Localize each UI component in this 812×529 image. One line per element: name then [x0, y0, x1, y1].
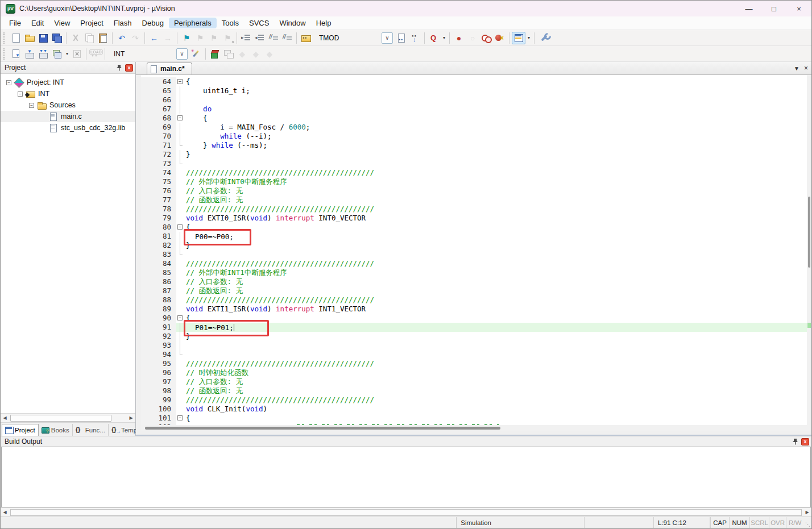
menu-project[interactable]: Project — [75, 18, 108, 28]
translate-file-icon[interactable] — [9, 48, 23, 60]
fold-collapse-icon[interactable]: − — [177, 115, 183, 120]
chevron-down-icon[interactable]: ∨ — [382, 32, 393, 44]
menu-view[interactable]: View — [49, 18, 75, 28]
outdent-icon[interactable] — [253, 32, 267, 44]
code-line-68[interactable]: 68− { — [141, 114, 811, 123]
code-line-81[interactable]: 81 P00=~P00; — [141, 232, 811, 241]
bookmark-next-icon[interactable]: ⚑ — [207, 32, 221, 44]
code-line-95[interactable]: 95//////////////////////////////////////… — [141, 359, 811, 368]
panel-tab-books[interactable]: Books — [39, 424, 73, 436]
tree-item-project-int[interactable]: −Project: INT — [1, 77, 135, 88]
target-combobox[interactable]: INT∨ — [109, 48, 188, 60]
dropdown-caret-icon[interactable]: ▾ — [441, 35, 447, 40]
build-output-content[interactable] — [1, 447, 811, 507]
tree-item-sources[interactable]: −Sources — [1, 99, 135, 111]
resize-grip[interactable]: ⋱ — [803, 517, 811, 528]
scroll-thumb[interactable] — [10, 509, 802, 516]
menu-edit[interactable]: Edit — [26, 18, 49, 28]
target-options-icon[interactable] — [189, 48, 203, 60]
code-line-76[interactable]: 76// 入口参数: 无 — [141, 186, 811, 195]
panel-tab-func[interactable]: Func... — [73, 424, 109, 436]
code-line-74[interactable]: 74//////////////////////////////////////… — [141, 168, 811, 177]
code-line-64[interactable]: 64−{ — [141, 77, 811, 86]
fold-margin[interactable]: − — [176, 314, 184, 323]
code-line-67[interactable]: 67 do — [141, 105, 811, 114]
code-editor[interactable]: 64−{65 uint16_t i;6667 do68− {69 i = MAI… — [141, 75, 811, 425]
debug-diamond-icon-1[interactable]: ◆ — [235, 48, 249, 60]
bookmark-toggle-icon[interactable]: ⚑ — [180, 32, 193, 44]
pin-icon[interactable] — [114, 64, 123, 72]
download-icon[interactable]: LOAD — [89, 48, 102, 60]
vscroll-thumb[interactable] — [808, 197, 810, 268]
code-line-65[interactable]: 65 uint16_t i; — [141, 86, 811, 95]
code-line-88[interactable]: 88//////////////////////////////////////… — [141, 295, 811, 305]
fold-margin[interactable]: − — [176, 77, 184, 86]
code-line-79[interactable]: 79void EXTI0_ISR(void) interrupt INT0_VE… — [141, 214, 811, 223]
code-line-71[interactable]: 71 } while (--ms); — [141, 141, 811, 150]
close-panel-icon[interactable]: x — [801, 438, 809, 445]
uncomment-icon[interactable] — [280, 32, 294, 44]
scroll-left-icon[interactable]: ◀ — [1, 414, 9, 422]
code-line-78[interactable]: 78//////////////////////////////////////… — [141, 205, 811, 214]
fold-margin[interactable]: − — [176, 414, 184, 423]
find-symbol-icon[interactable] — [427, 32, 441, 44]
close-button[interactable]: × — [786, 1, 811, 16]
hscroll-thumb[interactable] — [145, 427, 500, 430]
copy-window-icon[interactable] — [222, 48, 235, 60]
scroll-left-icon[interactable]: ◀ — [1, 509, 9, 516]
dropdown-caret-icon[interactable]: ▾ — [64, 51, 70, 56]
find-next-icon[interactable] — [395, 32, 408, 44]
code-line-73[interactable]: 73 — [141, 159, 811, 168]
menu-window[interactable]: Window — [274, 18, 310, 28]
redo-icon[interactable]: ↷ — [129, 32, 142, 44]
menu-file[interactable]: File — [4, 18, 26, 28]
comment-icon[interactable] — [267, 32, 280, 44]
build-icon[interactable] — [23, 48, 36, 60]
manage-rte-icon[interactable] — [208, 48, 222, 60]
code-line-91[interactable]: 91 P01=~P01; — [141, 323, 811, 332]
breakpoint-disable-all-icon[interactable] — [479, 32, 493, 44]
menu-help[interactable]: Help — [311, 18, 337, 28]
code-line-97[interactable]: 97// 入口参数: 无 — [141, 377, 811, 386]
breakpoint-kill-all-icon[interactable] — [493, 32, 507, 44]
code-line-69[interactable]: 69 i = MAIN_Fosc / 6000; — [141, 123, 811, 132]
open-file-icon[interactable] — [23, 32, 36, 44]
code-line-98[interactable]: 98// 函数返回: 无 — [141, 386, 811, 395]
bookmark-previous-icon[interactable]: ⚑ — [193, 32, 207, 44]
bookmark-clear-all-icon[interactable]: ⚑× — [221, 32, 234, 44]
scroll-right-icon[interactable]: ▶ — [127, 414, 135, 422]
build-output-hscrollbar[interactable]: ◀ ▶ — [1, 507, 811, 516]
tab-list-dropdown-icon[interactable]: ▼ — [794, 65, 799, 72]
editor-hscrollbar[interactable] — [141, 425, 811, 431]
code-line-89[interactable]: 89void EXTI1_ISR(void) interrupt INT1_VE… — [141, 305, 811, 314]
panel-tab-project[interactable]: Project — [2, 424, 39, 436]
incremental-find-icon[interactable] — [408, 32, 422, 44]
menu-flash[interactable]: Flash — [109, 18, 137, 28]
find-in-files-icon[interactable] — [299, 32, 313, 44]
undo-icon[interactable]: ↶ — [115, 32, 129, 44]
expander-icon[interactable]: − — [29, 103, 34, 108]
code-line-84[interactable]: 84//////////////////////////////////////… — [141, 259, 811, 268]
new-file-icon[interactable] — [9, 32, 23, 44]
rebuild-all-icon[interactable] — [36, 48, 50, 60]
editor-vscrollbar[interactable] — [807, 75, 811, 425]
code-line-75[interactable]: 75// 外部中断INT0中断服务程序 — [141, 177, 811, 186]
code-line-66[interactable]: 66 — [141, 95, 811, 105]
code-line-100[interactable]: 100void CLK_Init(void) — [141, 405, 811, 414]
code-line-93[interactable]: 93 — [141, 341, 811, 350]
navigate-forward-icon[interactable]: → — [161, 32, 175, 44]
tree-item-int[interactable]: −INT — [1, 88, 135, 99]
configure-wrench-icon[interactable] — [537, 32, 550, 44]
breakpoint-toggle-icon[interactable]: ● — [452, 32, 466, 44]
code-line-86[interactable]: 86// 入口参数: 无 — [141, 277, 811, 286]
debug-windows-icon[interactable] — [512, 32, 525, 44]
tree-item-stc-usb-cdc-32g-lib[interactable]: stc_usb_cdc_32g.lib — [1, 122, 135, 134]
minimize-button[interactable]: — — [736, 1, 761, 16]
debug-diamond-icon-3[interactable]: ◆ — [263, 48, 276, 60]
find-combobox[interactable]: TMOD∨ — [314, 32, 393, 44]
scroll-right-icon[interactable]: ▶ — [803, 509, 811, 516]
debug-diamond-icon-2[interactable]: ◆ — [249, 48, 263, 60]
close-document-icon[interactable]: × — [804, 64, 808, 72]
expander-icon[interactable]: − — [18, 91, 23, 97]
cut-icon[interactable] — [69, 32, 82, 44]
